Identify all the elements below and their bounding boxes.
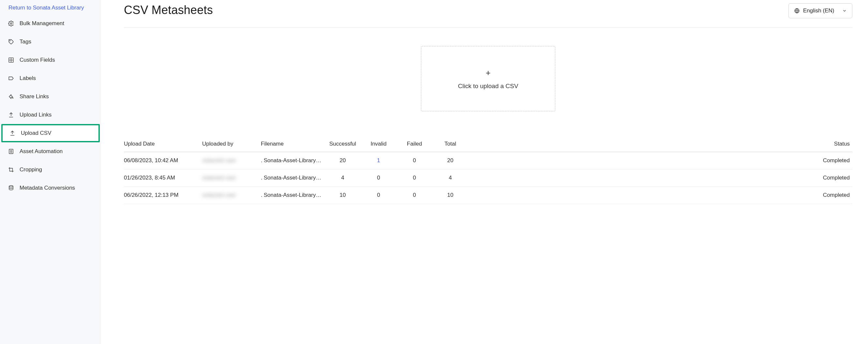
plus-icon: + [486,68,490,78]
gear-icon [8,20,14,27]
cell-total: 4 [434,169,469,187]
sidebar-item-label: Share Links [20,93,49,100]
sidebar-item-label: Custom Fields [20,57,55,63]
upload-icon [9,130,16,137]
language-label: English (EN) [803,7,834,14]
col-upload-date: Upload Date [124,137,202,152]
cell-upload-date: 06/08/2023, 10:42 AM [124,152,202,169]
sidebar-item-label: Upload CSV [21,130,52,137]
cell-failed: 0 [398,169,434,187]
language-select[interactable]: English (EN) [788,3,852,18]
cell-invalid: 0 [362,169,398,187]
cell-upload-date: 06/26/2022, 12:13 PM [124,187,202,204]
upload-icon [8,112,14,118]
cell-uploaded-by: redacted user [202,169,261,187]
sidebar-item-label: Cropping [20,167,42,173]
sidebar-item-upload-csv[interactable]: Upload CSV [1,124,100,142]
main-content: CSV Metasheets English (EN) + Click to u… [101,0,868,344]
cell-uploaded-by: redacted user [202,187,261,204]
cell-successful: 10 [326,187,362,204]
svg-point-1 [10,40,10,41]
return-link[interactable]: Return to Sonata Asset Library [0,4,101,15]
table-row: 06/26/2022, 12:13 PMredacted user.Sonata… [124,187,852,204]
sidebar-item-bulk-management[interactable]: Bulk Management [0,15,101,33]
share-icon [8,93,14,100]
col-status: Status [469,137,852,152]
col-successful: Successful [326,137,362,152]
sidebar-item-asset-automation[interactable]: Asset Automation [0,142,101,161]
cell-status: Completed [469,152,852,169]
cell-filename: .Sonata-Asset-Library… [261,187,326,204]
sidebar-item-custom-fields[interactable]: Custom Fields [0,51,101,69]
sidebar-item-label: Labels [20,75,36,82]
cell-invalid: 0 [362,187,398,204]
cell-failed: 0 [398,187,434,204]
cell-successful: 20 [326,152,362,169]
table-row: 01/26/2023, 8:45 AMredacted user.Sonata-… [124,169,852,187]
cell-filename: .Sonata-Asset-Library… [261,152,326,169]
sidebar-item-labels[interactable]: Labels [0,69,101,87]
col-invalid: Invalid [362,137,398,152]
chevron-down-icon [842,8,847,13]
grid-icon [8,57,14,63]
globe-icon [794,8,800,14]
cell-successful: 4 [326,169,362,187]
col-failed: Failed [398,137,434,152]
sidebar-item-label: Asset Automation [20,148,63,155]
col-uploaded-by: Uploaded by [202,137,261,152]
sidebar-item-upload-links[interactable]: Upload Links [0,106,101,124]
cell-uploaded-by: redacted user [202,152,261,169]
cell-total: 20 [434,152,469,169]
crop-icon [8,167,14,173]
upload-label: Click to upload a CSV [458,83,519,90]
cell-status: Completed [469,187,852,204]
svg-point-9 [9,186,13,187]
sidebar: Return to Sonata Asset Library Bulk Mana… [0,0,101,344]
table-row: 06/08/2023, 10:42 AMredacted user.Sonata… [124,152,852,169]
cell-upload-date: 01/26/2023, 8:45 AM [124,169,202,187]
cell-status: Completed [469,169,852,187]
col-filename: Filename [261,137,326,152]
database-icon [8,185,14,191]
col-total: Total [434,137,469,152]
page-title: CSV Metasheets [124,3,213,17]
cell-filename: .Sonata-Asset-Library… [261,169,326,187]
cell-total: 10 [434,187,469,204]
tag-icon [8,38,14,45]
upload-dropzone[interactable]: + Click to upload a CSV [421,46,555,111]
sidebar-item-tags[interactable]: Tags [0,33,101,51]
sidebar-item-cropping[interactable]: Cropping [0,161,101,179]
cell-failed: 0 [398,152,434,169]
sidebar-item-label: Metadata Conversions [20,185,75,191]
label-icon [8,75,14,82]
sidebar-item-metadata-conversions[interactable]: Metadata Conversions [0,179,101,197]
sidebar-item-label: Bulk Management [20,20,64,27]
uploads-table: Upload Date Uploaded by Filename Success… [124,137,852,204]
sidebar-item-label: Tags [20,38,31,45]
sidebar-item-label: Upload Links [20,112,52,118]
sidebar-item-share-links[interactable]: Share Links [0,87,101,106]
automation-icon [8,148,14,155]
cell-invalid[interactable]: 1 [362,152,398,169]
svg-point-0 [10,23,12,25]
